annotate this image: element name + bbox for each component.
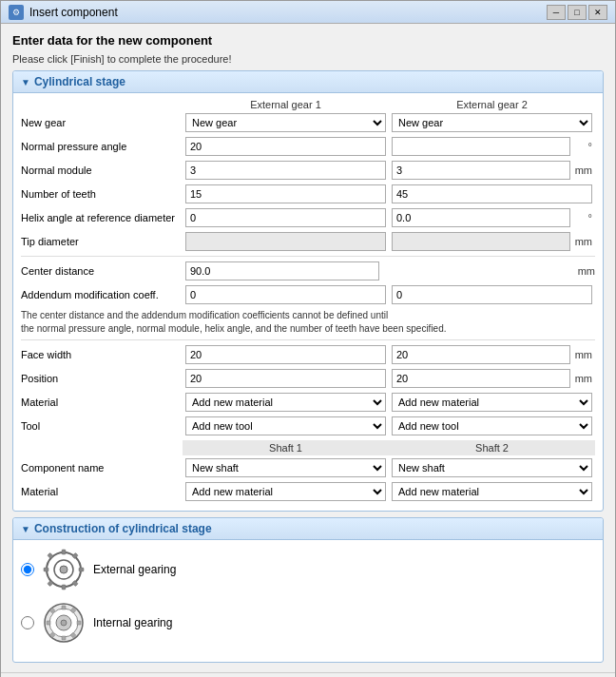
new-gear-label: New gear [21,117,183,128]
new-gear-col2-select[interactable]: New gear [392,113,592,132]
material-label: Material [21,397,183,408]
tip-diameter-row: Tip diameter mm [21,231,595,252]
new-gear-col2: New gear [389,113,595,132]
position-unit: mm [573,373,592,384]
window-body: Enter data for the new component Please … [1,24,615,672]
title-bar: ⚙ Insert component ─ □ ✕ [1,1,615,24]
position-col2: mm [389,369,595,388]
shaft-material-col1-select[interactable]: Add new material [185,482,386,501]
num-teeth-col1 [183,184,389,203]
addendum-label: Addendum modification coeff. [21,289,183,300]
material-col1: Add new material [183,393,389,412]
internal-gearing-radio[interactable] [21,616,34,629]
section-collapse-icon[interactable]: ▼ [21,77,30,87]
helix-angle-label: Helix angle at reference diameter [21,212,183,223]
pressure-angle-col1-input[interactable] [185,137,386,156]
face-width-col2-input[interactable] [392,345,570,364]
material-col1-select[interactable]: Add new material [185,393,386,412]
column-headers: External gear 1 External gear 2 [21,99,595,110]
helix-angle-col1-input[interactable] [185,208,386,227]
normal-module-col1-input[interactable] [185,161,386,180]
face-width-row: Face width mm [21,344,595,365]
pressure-angle-col2-input[interactable] [392,137,570,156]
tool-row: Tool Add new tool Add new tool [21,416,595,436]
tool-col1: Add new tool [183,416,389,435]
addendum-col1-input[interactable] [185,285,386,304]
shaft-material-col1: Add new material [183,482,389,501]
shaft-material-col2: Add new material [389,482,595,501]
position-col2-input[interactable] [392,369,570,388]
tip-diameter-col1-input [185,232,386,251]
addendum-row: Addendum modification coeff. [21,284,595,305]
position-col1-input[interactable] [185,369,386,388]
internal-gearing-item[interactable]: Internal gearing [21,601,595,645]
tip-diameter-unit: mm [573,236,592,247]
normal-module-row: Normal module mm [21,160,595,181]
cylindrical-stage-header: ▼ Cylindrical stage [13,71,603,93]
helix-angle-row: Helix angle at reference diameter ° [21,207,595,228]
svg-rect-13 [62,606,66,609]
minimize-button[interactable]: ─ [547,5,566,20]
col1-header: External gear 1 [183,99,389,110]
addendum-col1 [183,285,389,304]
face-width-label: Face width [21,349,183,360]
maximize-button[interactable]: □ [568,5,587,20]
svg-rect-4 [44,568,48,571]
center-distance-input[interactable] [185,261,379,280]
cylindrical-stage-content: External gear 1 External gear 2 New gear… [13,93,603,511]
external-gearing-item[interactable]: External gearing [21,548,595,591]
normal-module-col2-input[interactable] [392,161,570,180]
helix-angle-col2-input[interactable] [392,208,570,227]
helix-angle-unit: ° [573,212,592,223]
external-gearing-label: External gearing [93,563,176,576]
divider-2 [21,339,595,340]
num-teeth-col2-input[interactable] [392,184,592,203]
divider-1 [21,256,595,257]
component-name-col2-select[interactable]: New shaft [392,458,592,477]
new-gear-col1-select[interactable]: New gear [185,113,386,132]
construction-section-content: External gearing [13,540,603,662]
constraint-note: The center distance and the addendum mod… [21,309,595,336]
tip-diameter-col1 [183,232,389,251]
addendum-col2-input[interactable] [392,285,592,304]
tip-diameter-col2-input [392,232,570,251]
shaft-material-label: Material [21,486,183,497]
construction-section-label: Construction of cylindrical stage [34,522,212,535]
page-subtitle: Please click [Finish] to complete the pr… [12,53,604,65]
num-teeth-col1-input[interactable] [185,184,386,203]
construction-section-header: ▼ Construction of cylindrical stage [13,518,603,540]
svg-rect-3 [62,585,66,590]
construction-collapse-icon[interactable]: ▼ [21,524,30,534]
num-teeth-row: Number of teeth [21,184,595,204]
col2-header: External gear 2 [389,99,595,110]
tool-col1-select[interactable]: Add new tool [185,416,386,435]
face-width-col1-input[interactable] [185,345,386,364]
shaft-material-col2-select[interactable]: Add new material [392,482,592,501]
external-gearing-radio[interactable] [21,563,34,576]
pressure-angle-col1 [183,137,389,156]
shaft-material-row: Material Add new material Add new materi… [21,481,595,502]
pressure-angle-row: Normal pressure angle ° [21,136,595,157]
close-button[interactable]: ✕ [588,5,607,20]
pressure-angle-label: Normal pressure angle [21,141,183,152]
window-icon: ⚙ [9,5,24,20]
normal-module-unit: mm [573,164,592,176]
svg-point-10 [60,566,67,573]
svg-point-22 [61,620,67,626]
window-title: Insert component [29,6,118,19]
component-name-col1-select[interactable]: New shaft [185,458,386,477]
svg-rect-15 [47,621,50,625]
tip-diameter-label: Tip diameter [21,236,183,247]
material-row: Material Add new material Add new materi… [21,392,595,413]
normal-module-col1 [183,161,389,180]
pressure-angle-col2: ° [389,137,595,156]
center-distance-unit: mm [576,265,595,277]
external-gear-icon [42,548,86,591]
component-name-label: Component name [21,462,183,474]
position-col1 [183,369,389,388]
material-col2-select[interactable]: Add new material [392,393,592,412]
center-distance-label: Center distance [21,265,183,277]
tool-col2-select[interactable]: Add new tool [392,416,592,435]
center-distance-row: Center distance mm [21,261,595,281]
pressure-angle-unit: ° [573,141,592,152]
